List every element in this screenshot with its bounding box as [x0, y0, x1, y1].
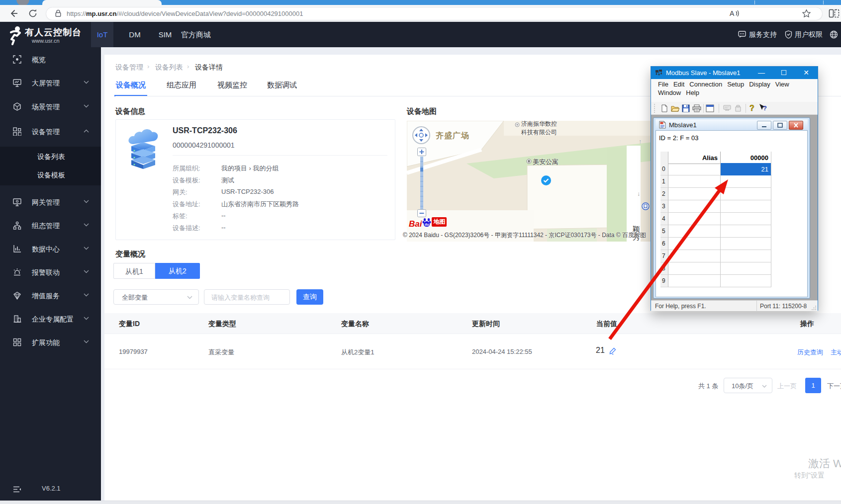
modbus-maximize-button[interactable]: ☐ — [776, 67, 791, 79]
favorite-star-icon[interactable] — [802, 9, 811, 18]
browser-tab[interactable] — [42, 0, 162, 5]
grid-cell-7[interactable] — [721, 250, 771, 262]
active-read-link[interactable]: 主动读取 — [831, 348, 841, 357]
next-page-button[interactable]: 下一页 — [827, 382, 841, 391]
slave1-tab[interactable]: 从机1 — [113, 263, 155, 279]
grid-row-2[interactable]: 2 — [660, 188, 771, 200]
permission-link[interactable]: 用户权限 — [795, 22, 823, 47]
grid-row-1[interactable]: 1 — [660, 175, 771, 188]
grid-row-0[interactable]: 021 — [660, 163, 771, 175]
tab-data-debug[interactable]: 数据调试 — [267, 81, 297, 90]
resize-grip[interactable] — [812, 305, 817, 310]
current-page[interactable]: 1 — [805, 378, 821, 393]
sidebar-item-overview[interactable]: 概览 — [0, 55, 101, 65]
map-pan-control[interactable] — [412, 126, 431, 145]
tab-device-overview[interactable]: 设备概况 — [116, 81, 146, 90]
sidebar-item-extend[interactable]: 扩展功能 — [0, 338, 101, 348]
grid-row-4[interactable]: 4 — [660, 213, 771, 225]
sidebar-item-vas[interactable]: 增值服务 — [0, 291, 101, 301]
modbus-close-button[interactable]: ✕ — [799, 67, 814, 79]
menu-file[interactable]: File — [655, 81, 671, 88]
breadcrumb-item[interactable]: 设备管理 — [115, 63, 143, 72]
sidebar-item-config[interactable]: 组态管理 — [0, 221, 101, 231]
doc-restore-button[interactable] — [773, 121, 787, 130]
query-button[interactable]: 查询 — [296, 289, 323, 305]
page-size-select[interactable]: 10条/页 — [724, 378, 772, 393]
mbslave1-titlebar[interactable]: Mbslave1 — [655, 119, 808, 130]
grid-cell-3[interactable] — [721, 200, 771, 213]
history-query-link[interactable]: 历史查询 — [797, 348, 823, 357]
modbus-menubar[interactable]: FileEditConnectionSetupDisplayView Windo… — [651, 79, 818, 102]
menu-display[interactable]: Display — [747, 81, 773, 88]
grid-cell-5[interactable] — [721, 225, 771, 238]
map-zoom-out[interactable] — [417, 209, 426, 217]
help-icon[interactable]: ? — [749, 103, 756, 112]
lock-icon[interactable] — [55, 9, 62, 18]
menu-view[interactable]: View — [773, 81, 792, 88]
grid-cell-6[interactable] — [721, 238, 771, 250]
sidebar-item-screen[interactable]: 大屏管理 — [0, 79, 101, 88]
mbslave1-document-window[interactable]: Mbslave1 ID = 2: F = 03 Alias00000021123… — [653, 117, 810, 299]
sidebar-item-alarm[interactable]: 报警联动 — [0, 268, 101, 278]
nav-iot[interactable]: IoT — [91, 22, 113, 47]
refresh-icon[interactable] — [28, 8, 38, 18]
open-file-icon[interactable] — [671, 104, 679, 112]
sidebar-item-enterprise[interactable]: 企业专属配置 — [0, 315, 101, 325]
grid-row-8[interactable]: 8 — [660, 262, 771, 275]
sidebar-item-device[interactable]: 设备管理 — [0, 127, 101, 137]
slave2-tab[interactable]: 从机2 — [155, 263, 200, 279]
map-zoom-in[interactable] — [417, 148, 426, 156]
grid-cell-0[interactable]: 21 — [721, 163, 771, 175]
url-text[interactable]: https://mp.usr.cn/#/cloud/device/ViewDev… — [67, 10, 303, 17]
grid-cell-9[interactable] — [721, 275, 771, 287]
tab-config-app[interactable]: 组态应用 — [167, 81, 196, 90]
print-icon[interactable] — [692, 104, 701, 112]
sidebar-subitem-2[interactable]: 设备模板 — [37, 171, 65, 180]
sidebar-item-gateway[interactable]: 网关管理 — [0, 198, 101, 208]
shield-icon[interactable] — [785, 30, 792, 39]
globe-icon[interactable] — [830, 30, 838, 39]
menu-edit[interactable]: Edit — [671, 81, 687, 88]
sidebar-item-data[interactable]: 数据中心 — [0, 245, 101, 254]
prev-page-button[interactable]: 上一页 — [777, 382, 797, 391]
collapse-icon[interactable] — [13, 486, 21, 493]
context-help-icon[interactable]: ? — [758, 103, 768, 112]
doc-minimize-button[interactable] — [757, 121, 771, 130]
map-marker-icon[interactable] — [541, 175, 552, 186]
grid-row-9[interactable]: 9 — [660, 275, 771, 287]
save-file-icon[interactable] — [682, 104, 690, 112]
modbus-minimize-button[interactable]: — — [754, 67, 769, 79]
grid-cell-2[interactable] — [721, 188, 771, 200]
menu-connection[interactable]: Connection — [687, 81, 725, 88]
read-aloud-icon[interactable]: A — [729, 8, 740, 18]
grid-cell-8[interactable] — [721, 262, 771, 275]
back-icon[interactable] — [8, 8, 19, 19]
grid-row-5[interactable]: 5 — [660, 225, 771, 238]
edit-value-icon[interactable] — [609, 347, 617, 355]
table-row[interactable]: 19979937 直采变量 从机2变量1 2024-04-24 15:22:55… — [104, 334, 841, 369]
chat-icon[interactable] — [738, 31, 746, 38]
logo-title[interactable]: 有人云控制台 — [25, 26, 82, 38]
modbus-slave-window[interactable]: Modbus Slave - Mbslave1 — ☐ ✕ FileEditCo… — [651, 66, 818, 311]
nav-dm[interactable]: DM — [119, 22, 150, 47]
grid-cell-4[interactable] — [721, 213, 771, 225]
breadcrumb-item[interactable]: 设备列表 — [155, 63, 183, 72]
support-link[interactable]: 服务支持 — [749, 22, 777, 47]
grid-row-3[interactable]: 3 — [660, 200, 771, 213]
doc-close-button[interactable] — [789, 121, 803, 130]
nav-mall[interactable]: 官方商城 — [175, 22, 217, 47]
grid-row-7[interactable]: 7 — [660, 250, 771, 262]
modbus-titlebar[interactable]: Modbus Slave - Mbslave1 — ☐ ✕ — [651, 67, 818, 79]
new-file-icon[interactable] — [660, 104, 668, 112]
horizontal-scrollbar[interactable] — [0, 501, 841, 504]
variable-filter-select[interactable]: 全部变量 — [113, 289, 199, 305]
grid-row-6[interactable]: 6 — [660, 238, 771, 250]
split-screen-icon[interactable] — [829, 8, 840, 18]
map-zoom-slider[interactable] — [420, 157, 423, 209]
menu-help[interactable]: Help — [683, 89, 702, 96]
sidebar-item-scene[interactable]: 场景管理 — [0, 102, 101, 112]
display-window-icon[interactable] — [706, 104, 714, 112]
variable-search-input[interactable]: 请输入变量名称查询 — [204, 289, 290, 305]
grid-cell-1[interactable] — [721, 175, 771, 188]
tab-video-monitor[interactable]: 视频监控 — [217, 81, 247, 90]
